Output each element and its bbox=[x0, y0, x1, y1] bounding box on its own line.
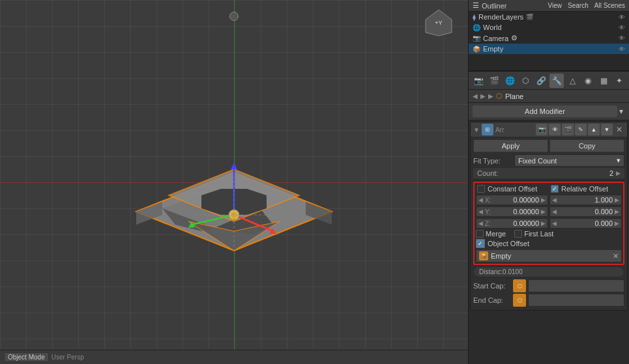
end-cap-mesh-icon: ⬡ bbox=[518, 298, 522, 303]
start-cap-field[interactable] bbox=[528, 279, 624, 292]
outliner-controls: View Search All Scenes bbox=[548, 2, 625, 9]
breadcrumb-plane: Plane bbox=[505, 92, 523, 100]
modifier-expand-toggle[interactable]: ▼ bbox=[473, 126, 480, 133]
properties-section: Add Modifier ▾ ▼ ⊞ Arr 📷 👁 🎬 ✎ ▲ ▼ ✕ bbox=[469, 103, 629, 364]
outliner-title: Outliner bbox=[482, 2, 507, 10]
renderlayers-badge: 🎬 bbox=[526, 14, 533, 20]
svg-marker-10 bbox=[231, 163, 237, 169]
center-indicator bbox=[229, 12, 239, 21]
object-offset-checkbox[interactable]: ✓ bbox=[476, 239, 485, 248]
particle-props-icon[interactable]: ✦ bbox=[612, 74, 626, 88]
data-props-icon[interactable]: △ bbox=[565, 74, 579, 88]
apply-button[interactable]: Apply bbox=[473, 139, 548, 152]
outliner-row-world[interactable]: 🌐 World 👁 bbox=[469, 22, 629, 33]
modifier-close-icon[interactable]: ✕ bbox=[614, 124, 624, 135]
modifier-camera-icon[interactable]: 📷 bbox=[536, 124, 548, 135]
rel-x-field[interactable]: ◀ 1.000 ▶ bbox=[549, 195, 622, 205]
fit-type-value: Fixed Count bbox=[518, 157, 557, 165]
empty-clear-button[interactable]: ✕ bbox=[613, 252, 619, 260]
add-modifier-row: Add Modifier ▾ bbox=[469, 103, 629, 120]
modifier-props-icon[interactable]: 🔧 bbox=[549, 74, 564, 88]
merge-row: Merge First Last bbox=[476, 230, 622, 238]
rel-z-arrow-left: ◀ bbox=[552, 220, 559, 227]
view-menu[interactable]: View bbox=[548, 2, 563, 9]
const-x-field[interactable]: ◀ X: 0.00000 ▶ bbox=[476, 195, 548, 205]
nav-arrow-right[interactable]: ▶ bbox=[480, 92, 486, 100]
rel-z-field[interactable]: ◀ 0.000 ▶ bbox=[549, 218, 622, 229]
empty-object-field[interactable]: 📦 Empty ✕ bbox=[476, 249, 622, 262]
texture-props-icon[interactable]: ▦ bbox=[596, 74, 611, 88]
copy-button[interactable]: Copy bbox=[549, 139, 624, 152]
count-row[interactable]: Count: 2 ▶ bbox=[473, 168, 624, 178]
nav-arrow-right2[interactable]: ▶ bbox=[488, 92, 493, 100]
relative-offset-label: Relative Offset bbox=[561, 185, 608, 193]
viewport-bottom-bar: Object Mode User Persp bbox=[0, 350, 468, 364]
modifier-down-icon[interactable]: ▼ bbox=[601, 124, 613, 135]
world-label: World bbox=[483, 23, 502, 31]
world-props-icon[interactable]: 🌐 bbox=[503, 74, 517, 88]
const-z-arrow-right: ▶ bbox=[539, 220, 546, 227]
constraint-props-icon[interactable]: 🔗 bbox=[534, 74, 548, 88]
render-props-icon[interactable]: 📷 bbox=[471, 74, 486, 88]
constant-offset-checkbox[interactable] bbox=[477, 185, 485, 193]
modifier-edit-icon[interactable]: ✎ bbox=[575, 124, 587, 135]
modifier-render-icon[interactable]: 🎬 bbox=[562, 124, 574, 135]
all-scenes-btn[interactable]: All Scenes bbox=[594, 2, 625, 9]
empty-eye[interactable]: 👁 bbox=[619, 46, 625, 53]
rel-y-arrow-right: ▶ bbox=[613, 208, 619, 215]
const-z-axis: Z: bbox=[485, 220, 491, 227]
merge-checkbox[interactable] bbox=[476, 230, 484, 238]
search-menu[interactable]: Search bbox=[568, 2, 589, 9]
end-cap-field[interactable] bbox=[528, 294, 624, 307]
world-eye[interactable]: 👁 bbox=[619, 24, 625, 31]
object-props-icon[interactable]: ⬡ bbox=[518, 74, 533, 88]
view-info: User Persp bbox=[51, 354, 84, 361]
const-y-axis: Y: bbox=[485, 208, 491, 216]
count-label: Count: bbox=[477, 169, 609, 177]
const-y-field[interactable]: ◀ Y: 0.00000 ▶ bbox=[476, 206, 548, 217]
first-last-checkbox[interactable] bbox=[514, 230, 522, 238]
object-mode-btn[interactable]: Object Mode bbox=[4, 352, 49, 362]
merge-label: Merge bbox=[486, 230, 506, 238]
object-offset-row: ✓ Object Offset bbox=[476, 239, 622, 248]
outliner-row-empty[interactable]: 📦 Empty 👁 bbox=[469, 44, 629, 54]
svg-marker-7 bbox=[306, 202, 332, 225]
relative-offset-row: ✓ Relative Offset bbox=[549, 184, 622, 193]
modifier-right-icons: 📷 👁 🎬 ✎ ▲ ▼ ✕ bbox=[536, 124, 624, 135]
scene-background: +Y bbox=[0, 0, 468, 364]
constant-offset-row: Constant Offset bbox=[476, 184, 548, 193]
const-x-arrow-right: ▶ bbox=[539, 197, 546, 203]
relative-offset-col: ✓ Relative Offset ◀ 1.000 ▶ ◀ bbox=[549, 184, 622, 230]
distance-field[interactable]: Distanc:0.0100 bbox=[473, 266, 624, 277]
add-modifier-button[interactable]: Add Modifier bbox=[473, 105, 617, 117]
fit-type-dropdown[interactable]: Fixed Count ▾ bbox=[514, 154, 624, 167]
orientation-gizmo[interactable]: +Y bbox=[422, 7, 455, 39]
outliner-row-camera[interactable]: 📷 Camera ⚙ 👁 bbox=[469, 33, 629, 44]
camera-eye[interactable]: 👁 bbox=[619, 35, 625, 42]
const-z-field[interactable]: ◀ Z: 0.00000 ▶ bbox=[476, 218, 548, 229]
right-panel: ☰ Outliner View Search All Scenes ⧫ Rend… bbox=[468, 0, 629, 364]
end-cap-label: End Cap: bbox=[473, 296, 511, 304]
scene-props-icon[interactable]: 🎬 bbox=[487, 74, 501, 88]
outliner-row-renderlayers[interactable]: ⧫ RenderLayers 🎬 👁 bbox=[469, 12, 629, 22]
constant-offset-col: Constant Offset ◀ X: 0.00000 ▶ ◀ Y: bbox=[476, 184, 548, 230]
empty-label: Empty bbox=[483, 45, 503, 53]
rel-y-field[interactable]: ◀ 0.000 ▶ bbox=[549, 206, 622, 217]
material-props-icon[interactable]: ◉ bbox=[581, 74, 595, 88]
modifier-eye-icon[interactable]: 👁 bbox=[549, 124, 561, 135]
relative-offset-checkbox[interactable]: ✓ bbox=[551, 185, 559, 193]
3d-viewport[interactable]: +Y Object Mode User Persp bbox=[0, 0, 468, 364]
rel-y-arrow-left: ◀ bbox=[552, 208, 559, 215]
renderlayers-label: RenderLayers bbox=[478, 13, 523, 21]
nav-arrow-left[interactable]: ◀ bbox=[473, 92, 478, 100]
camera-settings-icon: ⚙ bbox=[511, 34, 518, 42]
renderlayers-eye[interactable]: 👁 bbox=[619, 14, 625, 21]
const-z-value: 0.00000 bbox=[491, 219, 539, 227]
add-modifier-dropdown-arrow[interactable]: ▾ bbox=[617, 107, 625, 116]
outliner-icon: ☰ bbox=[473, 1, 479, 10]
highlight-box: Constant Offset ◀ X: 0.00000 ▶ ◀ Y: bbox=[473, 182, 624, 265]
constant-offset-label: Constant Offset bbox=[488, 185, 537, 193]
const-x-value: 0.00000 bbox=[491, 196, 539, 204]
const-z-arrow-left: ◀ bbox=[478, 220, 485, 227]
modifier-up-icon[interactable]: ▲ bbox=[588, 124, 600, 135]
